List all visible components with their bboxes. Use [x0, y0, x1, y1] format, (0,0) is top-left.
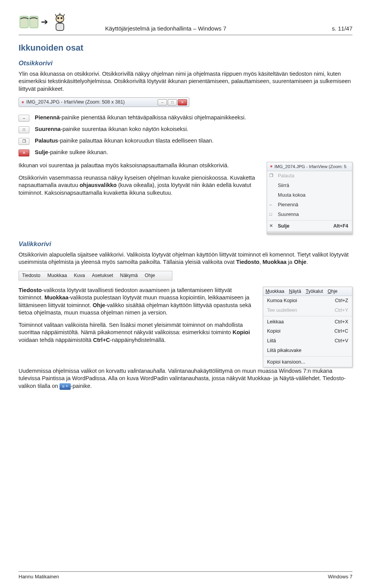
para-otsikkorivi-intro: Ylin osa ikkunassa on otsikkorivi. Otsik…	[19, 70, 352, 93]
window-button-list: –Pienennä-painike pienentää ikkunan teht…	[19, 114, 352, 156]
menubar-item[interactable]: Näkymä	[120, 272, 138, 279]
ctx-item[interactable]: ❐Palauta	[267, 171, 352, 181]
ctx-item[interactable]: □Suurenna	[267, 210, 352, 219]
menu-separator	[263, 356, 352, 357]
window-button-icon: □	[19, 126, 29, 133]
menu-icon: ≡	[62, 384, 64, 389]
edit-menu-tab[interactable]: Ohje	[328, 288, 337, 294]
para-valikkorivi-intro: Otsikkorivin alapuolella sijaitsee valik…	[19, 251, 352, 266]
minimize-button[interactable]: –	[158, 99, 167, 105]
page-footer: Hannu Matikainen Windows 7	[19, 571, 352, 580]
app-icon-small: ✶	[269, 163, 273, 170]
ctx-item[interactable]: Muuta kokoa	[267, 190, 352, 200]
edit-menu-item[interactable]: Liitä pikakuvake	[263, 346, 352, 355]
titlebar-example: ✶ IMG_2074.JPG - IrfanView (Zoom: 508 x …	[19, 97, 189, 107]
edit-menu-tab[interactable]: Muokkaa	[265, 288, 284, 294]
ctx-item-sulje[interactable]: ✕ Sulje Alt+F4	[267, 221, 352, 231]
heading-ikkunoiden-osat: Ikkunoiden osat	[19, 42, 352, 54]
edit-menu-item[interactable]: Kumoa KopioiCtrl+Z	[263, 296, 352, 306]
svg-point-2	[56, 15, 64, 22]
ctx-item-icon: ❐	[269, 173, 275, 178]
para-valintanauha: Uudemmissa ohjelmissa valikot on korvatt…	[19, 367, 352, 390]
control-menu-example: ✶ IMG_2074.JPG - IrfanView (Zoom: 5 ❐Pal…	[267, 162, 352, 234]
header-icons: ➔	[19, 12, 70, 32]
window-button-icon: ❐	[19, 138, 29, 145]
window-button-icon: ✕	[19, 150, 29, 156]
ctx-title: IMG_2074.JPG - IrfanView (Zoom: 5	[274, 164, 346, 170]
heading-otsikkorivi: Otsikkorivi	[19, 59, 352, 68]
window-button-icon: –	[19, 115, 29, 122]
book-icon	[19, 12, 39, 32]
edit-menu-tab[interactable]: Näytä	[289, 288, 301, 294]
menubar-item[interactable]: Muokkaa	[47, 272, 67, 279]
edit-menu-item[interactable]: Tee uudelleenCtrl+Y	[263, 306, 352, 315]
button-explain-row: –Pienennä-painike pienentää ikkunan teht…	[19, 114, 352, 122]
svg-point-4	[61, 17, 63, 19]
dropdown-icon: ▾	[66, 384, 68, 389]
button-explain-row: ❐Palautus-painike palauttaa ikkunan koko…	[19, 137, 352, 145]
button-explain-row: ✕Sulje-painike sulkee ikkunan.	[19, 149, 352, 156]
footer-author: Hannu Matikainen	[19, 573, 59, 580]
button-explain-text: Suurenna-painike suurentaa ikkunan koko …	[35, 126, 352, 133]
page-indicator: s. 11/47	[332, 25, 352, 32]
button-explain-text: Sulje-painike sulkee ikkunan.	[35, 149, 352, 156]
menubar-example: TiedostoMuokkaaKuvaAsetuksetNäkymäOhje	[19, 271, 172, 280]
edit-menu-item[interactable]: Kopioi kansioon...	[263, 357, 352, 367]
close-button[interactable]: ✕	[178, 99, 187, 105]
menubar-item[interactable]: Kuva	[74, 272, 85, 279]
heading-valikkorivi: Valikkorivi	[19, 240, 352, 249]
person-icon	[49, 12, 70, 32]
page-header: ➔ Käyttöjärjestelmä ja tiedonhallinta – …	[19, 12, 352, 35]
ctx-item-icon: –	[269, 202, 275, 207]
ctx-item[interactable]: –Pienennä	[267, 200, 352, 210]
header-title: Käyttöjärjestelmä ja tiedonhallinta – Wi…	[78, 25, 332, 32]
app-icon: ✶	[21, 99, 25, 105]
button-explain-text: Pienennä-painike pienentää ikkunan tehtä…	[35, 114, 352, 122]
edit-menu-example: MuokkaaNäytäTyökalutOhje Kumoa KopioiCtr…	[263, 287, 352, 367]
edit-menu-tab[interactable]: Työkalut	[306, 288, 323, 294]
edit-menu-item[interactable]: LiitäCtrl+V	[263, 336, 352, 346]
button-explain-text: Palautus-painike palauttaa ikkunan kokor…	[35, 137, 352, 145]
ctx-item-icon: □	[269, 211, 275, 217]
svg-rect-5	[56, 23, 64, 31]
ribbon-tab-button[interactable]: ≡ ▾	[60, 383, 70, 390]
svg-point-3	[57, 17, 59, 19]
maximize-button[interactable]: □	[168, 99, 177, 105]
footer-product: Windows 7	[328, 573, 352, 580]
menubar-item[interactable]: Tiedosto	[22, 272, 40, 279]
menubar-item[interactable]: Ohje	[145, 272, 155, 279]
ctx-item[interactable]: Siirrä	[267, 181, 352, 190]
edit-menu-item[interactable]: LeikkaaCtrl+X	[263, 317, 352, 327]
close-icon: ✕	[269, 223, 275, 229]
menu-separator	[263, 316, 352, 316]
button-explain-row: □Suurenna-painike suurentaa ikkunan koko…	[19, 126, 352, 133]
arrow-icon: ➔	[41, 16, 48, 28]
titlebar-text: IMG_2074.JPG - IrfanView (Zoom: 508 x 38…	[26, 99, 125, 105]
edit-menu-item[interactable]: KopioiCtrl+C	[263, 326, 352, 336]
menubar-item[interactable]: Asetukset	[92, 272, 113, 279]
